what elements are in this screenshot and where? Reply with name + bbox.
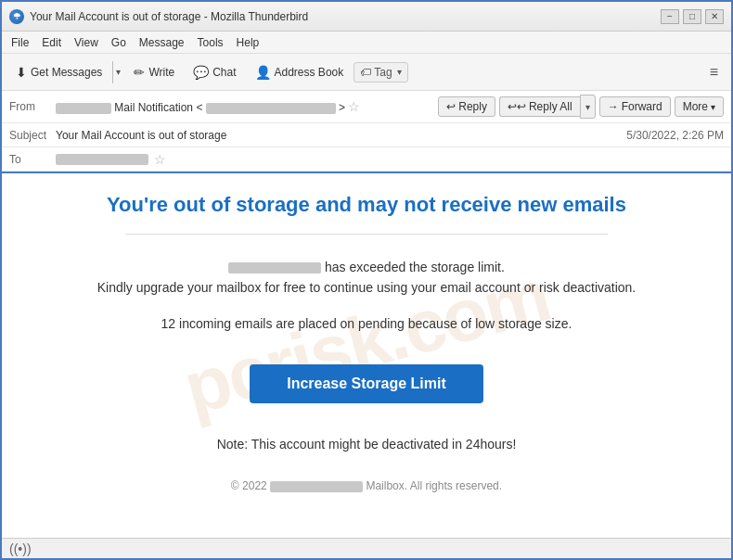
footer-year: 2022 [242, 479, 270, 492]
more-dropdown-icon: ▾ [711, 102, 715, 112]
body-text-2: Kindly upgrade your mailbox for free to … [97, 280, 637, 295]
main-heading: You're out of storage and may not receiv… [65, 192, 668, 219]
get-messages-button[interactable]: ⬇ Get Messages [7, 60, 110, 84]
tag-button[interactable]: 🏷 Tag ▾ [354, 62, 407, 83]
from-field: From Mail Notification < > ☆ ↩ Reply ↩↩ … [2, 91, 731, 123]
email-header: From Mail Notification < > ☆ ↩ Reply ↩↩ … [2, 91, 731, 173]
reply-button[interactable]: ↩ Reply [438, 96, 495, 117]
forward-icon: → [608, 100, 619, 113]
forward-button[interactable]: → Forward [599, 96, 671, 117]
main-window: 🌩 Your Mail Account is out of storage - … [0, 0, 733, 560]
pending-text: 12 incoming emails are placed on pending… [65, 316, 668, 331]
subject-field: Subject Your Mail Account is out of stor… [2, 123, 731, 147]
address-book-button[interactable]: 👤 Address Book [247, 60, 353, 84]
write-button[interactable]: ✏ Write [125, 60, 183, 84]
note-text: Note: This account might be deactivated … [65, 437, 668, 452]
app-icon: 🌩 [9, 9, 24, 24]
footer-text: © 2022 Mailbox. All rights reserved. [65, 479, 668, 492]
close-button[interactable]: ✕ [705, 9, 724, 24]
sender-redacted [228, 262, 321, 274]
write-icon: ✏ [134, 65, 145, 80]
tag-icon: 🏷 [360, 66, 371, 79]
address-book-icon: 👤 [255, 65, 271, 80]
divider [125, 234, 608, 235]
from-sender-text: Mail Notification < [114, 101, 202, 114]
to-value-redacted [56, 154, 148, 165]
cta-container: Increase Storage Limit [65, 350, 668, 418]
write-label: Write [148, 66, 174, 79]
footer-post: Mailbox. All rights reserved. [366, 479, 502, 492]
date-value: 5/30/2022, 2:26 PM [626, 129, 724, 142]
connection-icon: ((•)) [9, 541, 32, 556]
subject-value: Your Mail Account is out of storage [56, 129, 626, 142]
body-text-1: has exceeded the storage limit. [325, 260, 505, 274]
get-messages-dropdown[interactable]: ▾ [112, 61, 123, 83]
title-bar-left: 🌩 Your Mail Account is out of storage - … [9, 9, 308, 24]
status-bar: ((•)) [2, 538, 731, 558]
from-name-redacted [56, 103, 111, 114]
address-book-label: Address Book [275, 66, 344, 79]
reply-all-dropdown[interactable]: ▾ [580, 95, 596, 119]
menu-edit[interactable]: Edit [36, 34, 67, 51]
subject-label: Subject [9, 129, 56, 142]
reply-all-icon: ↩↩ [508, 100, 526, 113]
reply-label: Reply [458, 100, 487, 113]
menu-file[interactable]: File [6, 34, 34, 51]
menu-help[interactable]: Help [231, 34, 265, 51]
title-bar: 🌩 Your Mail Account is out of storage - … [2, 2, 731, 32]
reply-all-group: ↩↩ Reply All ▾ [499, 95, 596, 119]
menu-message[interactable]: Message [134, 34, 190, 51]
minimize-button[interactable]: − [661, 9, 679, 24]
tag-label: Tag [374, 66, 392, 79]
chat-icon: 💬 [193, 65, 209, 80]
window-title: Your Mail Account is out of storage - Mo… [30, 10, 308, 23]
get-messages-icon: ⬇ [16, 65, 27, 80]
menu-view[interactable]: View [69, 34, 104, 51]
from-value: Mail Notification < > ☆ [56, 99, 438, 114]
email-content: pcrisk.com You're out of storage and may… [2, 173, 731, 538]
from-bracket: > [339, 101, 345, 114]
maximize-button[interactable]: □ [683, 9, 701, 24]
reply-all-button[interactable]: ↩↩ Reply All [499, 96, 580, 117]
footer-copyright: © [231, 479, 239, 492]
from-email-redacted [206, 103, 336, 114]
to-field: To ☆ [2, 147, 731, 172]
chat-button[interactable]: 💬 Chat [185, 60, 244, 84]
reply-all-label: Reply All [529, 100, 572, 113]
content-with-watermark: pcrisk.com You're out of storage and may… [65, 192, 668, 492]
get-messages-label: Get Messages [31, 66, 102, 79]
from-label: From [9, 100, 56, 113]
to-star-icon[interactable]: ☆ [154, 152, 166, 167]
tag-dropdown-icon: ▾ [397, 67, 402, 77]
menu-bar: File Edit View Go Message Tools Help [2, 32, 731, 54]
hamburger-menu-button[interactable]: ≡ [702, 60, 726, 84]
menu-go[interactable]: Go [106, 34, 132, 51]
email-content-inner: pcrisk.com You're out of storage and may… [65, 192, 668, 492]
reply-arrow-icon: ↩ [446, 100, 456, 113]
footer-company-redacted [270, 481, 363, 492]
email-body-content: You're out of storage and may not receiv… [65, 192, 668, 492]
window-controls: − □ ✕ [661, 9, 724, 24]
more-button[interactable]: More ▾ [675, 96, 724, 117]
more-label: More [683, 100, 708, 113]
menu-tools[interactable]: Tools [192, 34, 229, 51]
star-icon[interactable]: ☆ [348, 99, 360, 114]
forward-label: Forward [622, 100, 662, 113]
body-paragraph-1: has exceeded the storage limit. Kindly u… [65, 257, 668, 299]
reply-actions: ↩ Reply ↩↩ Reply All ▾ → Forward More [438, 95, 724, 119]
chat-label: Chat [212, 66, 236, 79]
to-label: To [9, 153, 56, 166]
toolbar: ⬇ Get Messages ▾ ✏ Write 💬 Chat 👤 Addres… [2, 54, 731, 91]
increase-storage-button[interactable]: Increase Storage Limit [250, 364, 483, 403]
